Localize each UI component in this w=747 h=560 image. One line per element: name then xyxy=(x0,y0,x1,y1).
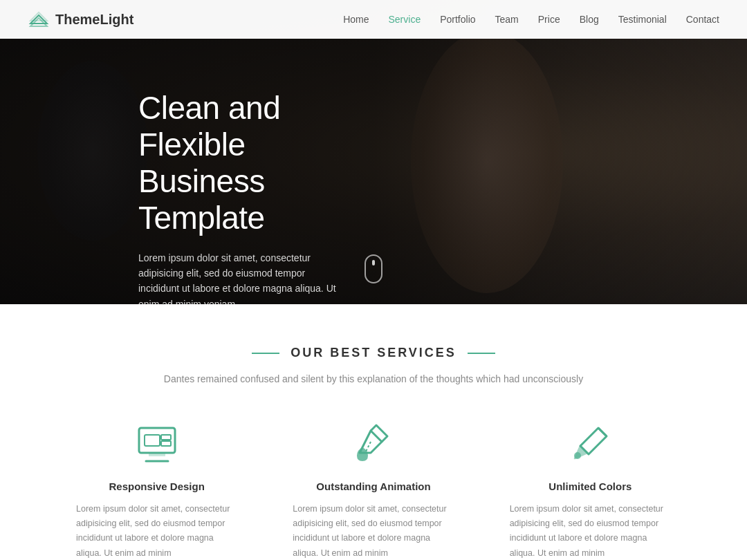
svg-rect-7 xyxy=(161,435,171,440)
logo-text: ThemeLight xyxy=(55,12,133,28)
nav-home[interactable]: Home xyxy=(343,13,369,26)
services-header: OUR BEST SERVICES xyxy=(28,346,719,360)
nav-portfolio[interactable]: Portfolio xyxy=(440,13,475,26)
services-grid: Responsive Design Lorem ipsum dolor sit … xyxy=(62,422,685,560)
section-line-right xyxy=(468,353,495,354)
services-description: Dantes remained confused and silent by t… xyxy=(28,371,719,388)
svg-marker-2 xyxy=(30,12,47,21)
service-card-colors: Unlimited Colors Lorem ipsum dolor sit a… xyxy=(496,422,685,560)
svg-rect-6 xyxy=(145,435,160,446)
service-card-responsive: Responsive Design Lorem ipsum dolor sit … xyxy=(62,422,251,560)
service-name-animation: Outstanding Animation xyxy=(293,480,454,492)
service-desc-colors: Lorem ipsum dolor sit amet, consectetur … xyxy=(510,502,671,560)
monitor-icon xyxy=(135,422,179,467)
hero-description: Lorem ipsum dolor sit amet, consectetur … xyxy=(138,250,346,304)
scroll-dot xyxy=(372,260,375,265)
service-name-responsive: Responsive Design xyxy=(76,480,237,492)
hero-title: Clean and Flexible Business Template xyxy=(138,90,346,236)
service-desc-responsive: Lorem ipsum dolor sit amet, consectetur … xyxy=(76,502,237,560)
logo[interactable]: ThemeLight xyxy=(28,8,133,30)
service-desc-animation: Lorem ipsum dolor sit amet, consectetur … xyxy=(293,502,454,560)
svg-rect-8 xyxy=(161,441,171,446)
navbar: ThemeLight Home Service Portfolio Team P… xyxy=(0,0,747,39)
section-line-left xyxy=(252,353,279,354)
nav-team[interactable]: Team xyxy=(495,13,519,26)
hero-content: Clean and Flexible Business Template Lor… xyxy=(0,0,484,304)
logo-icon xyxy=(28,8,50,30)
service-card-animation: Outstanding Animation Lorem ipsum dolor … xyxy=(279,422,468,560)
svg-rect-4 xyxy=(149,453,165,456)
paint-icon xyxy=(568,422,612,467)
svg-line-10 xyxy=(598,428,607,436)
svg-marker-0 xyxy=(30,15,47,24)
nav-links: Home Service Portfolio Team Price Blog T… xyxy=(343,13,719,26)
services-section: OUR BEST SERVICES Dantes remained confus… xyxy=(0,304,747,560)
services-title: OUR BEST SERVICES xyxy=(290,346,456,360)
service-name-colors: Unlimited Colors xyxy=(510,480,671,492)
animation-icon xyxy=(351,422,396,467)
scroll-indicator[interactable] xyxy=(365,254,382,283)
nav-contact[interactable]: Contact xyxy=(686,13,719,26)
svg-point-11 xyxy=(574,452,581,459)
nav-price[interactable]: Price xyxy=(538,13,560,26)
nav-testimonial[interactable]: Testimonial xyxy=(618,13,667,26)
nav-blog[interactable]: Blog xyxy=(580,13,599,26)
nav-service[interactable]: Service xyxy=(389,13,421,26)
hero-section: Clean and Flexible Business Template Lor… xyxy=(0,0,747,304)
